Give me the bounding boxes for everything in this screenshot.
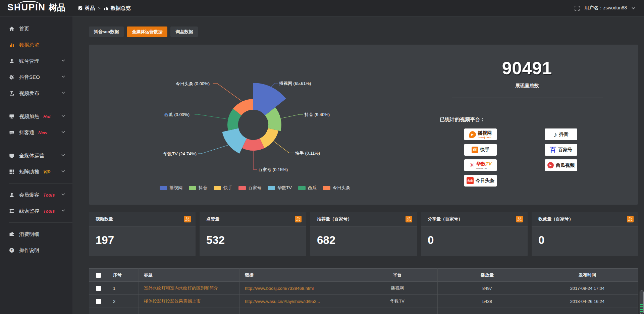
table-row [89,308,638,314]
breadcrumb: 树品>数据总览 [78,0,131,16]
table-cell [437,308,537,314]
tab-询盘数据[interactable]: 询盘数据 [170,27,198,37]
legend-item-抖音[interactable]: 抖音 [189,185,207,191]
rose-pie-chart: 播视网 (65.61%)抖音 (9.40%)快手 (0.11%)百家号 (0.1… [89,45,421,205]
platform-badge-今日头条: 头条今日头条 [464,175,497,187]
breadcrumb-item[interactable]: 数据总览 [104,5,131,11]
stat-card-value: 197 [89,226,196,247]
main-content: 抖音seo数据全媒体运营数据询盘数据 播视网 (65.61%)抖音 (9.40%… [72,16,644,314]
table-row: 1室外水纹灯和室内水纹灯的区别和简介http://www.boosj.com/7… [89,282,638,295]
chevron-down-icon [61,92,65,94]
monitor-icon [9,114,14,119]
legend-item-快手[interactable]: 快手 [214,185,232,191]
table-cell: 1 [108,282,139,295]
column-header-平台: 平台 [357,268,437,282]
sidebar-item-首页[interactable]: 首页 [0,21,72,37]
sidebar-item-label: 首页 [19,26,29,32]
pie-label-line [195,114,228,119]
sidebar-item-badge: New [38,130,47,135]
legend-swatch [214,186,221,190]
sliders-icon [9,208,14,214]
legend-swatch [323,186,330,190]
sidebar-item-账号管理[interactable]: 账号管理 [0,53,72,69]
sidebar-item-抖客通[interactable]: 抖客通New [0,124,72,141]
table-cell: 2017-08-24 17:04 [537,282,638,295]
chevron-down-icon [61,209,65,212]
table-cell: 2018-04-26 16:24 [537,295,638,308]
column-header-标题: 标题 [139,268,239,282]
legend-item-播视网[interactable]: 播视网 [160,185,182,191]
stat-card-value: 0 [532,226,638,247]
video-url-link[interactable]: http://www.wasu.cn/Play/show/id/952... [239,295,357,308]
tab-抖音seo数据[interactable]: 抖音seo数据 [89,27,124,37]
username-label[interactable]: 用户名：zswodun88 [584,5,627,11]
legend-item-今日头条[interactable]: 今日头条 [323,185,350,191]
video-url-link[interactable]: http://www.boosj.com/7338468.html [239,282,357,295]
sidebar-item-矩阵助推[interactable]: 矩阵助推VIP [0,164,72,180]
table-cell: 2 [108,295,139,308]
platform-name: 今日头条 [476,178,494,184]
video-title-link[interactable]: 楼体投影灯投影效果震撼上市 [139,295,239,308]
row-checkbox[interactable] [96,286,101,291]
sidebar-item-label: 操作说明 [19,247,39,254]
row-checkbox[interactable] [96,299,101,304]
select-all-checkbox[interactable] [96,273,101,278]
sidebar-item-label: 抖客通 [19,129,34,136]
pie-label: 今日头条 (0.00%) [176,81,210,86]
tab-全媒体运营数据[interactable]: 全媒体运营数据 [127,27,167,37]
sidebar-item-label: 全媒体运营 [19,153,44,159]
video-title-link[interactable]: 室外水纹灯和室内水纹灯的区别和简介 [139,282,239,295]
sidebar-item-视频加热[interactable]: 视频加热Hot [0,108,72,124]
sidebar-item-全媒体运营[interactable]: 全媒体运营 [0,148,72,164]
pie-slice-播视网[interactable] [253,83,286,115]
publish-icon [9,91,14,96]
legend-swatch [238,186,246,190]
sidebar-item-操作说明[interactable]: ?操作说明 [0,242,72,258]
legend-item-百家号[interactable]: 百家号 [238,185,261,191]
chevron-down-icon[interactable] [632,7,635,9]
stat-card-title: 分享量（百家号） [428,216,463,222]
scrollbar-thumb[interactable] [640,291,644,314]
legend-item-华数TV[interactable]: 华数TV [268,185,292,191]
sidebar-item-label: 抖音SEO [19,74,40,81]
legend-label: 播视网 [169,185,182,191]
scrollbar-marks [640,304,643,312]
sidebar-item-抖音SEO[interactable]: 抖音SEO [0,69,72,85]
platform-name: 百家号 [558,147,572,153]
logo-text: SHUPIN [7,2,46,13]
sidebar-item-数据总览[interactable]: 数据总览 [0,37,72,53]
stat-card-header: 推荐量（百家号）总 [310,212,417,226]
table-cell: 5438 [437,295,537,308]
platform-badge-抖音: ♪抖音 [545,128,577,140]
legend-label: 抖音 [199,185,207,191]
breadcrumb-separator: > [98,6,101,11]
stat-card-value: 682 [310,226,417,247]
legend-item-西瓜[interactable]: 西瓜 [298,185,317,191]
fullscreen-icon[interactable] [575,6,580,11]
stat-card-视频数量: 视频数量总197 [89,212,196,256]
chart-legend: 播视网抖音快手百家号华数TV西瓜今日头条 [89,185,421,191]
platform-sub: wasu.cn [476,167,487,170]
breadcrumb-item[interactable]: 树品 [78,5,95,11]
sidebar-item-视频发布[interactable]: 视频发布 [0,85,72,101]
column-header-发布时间: 发布时间 [537,268,638,282]
sidebar-item-消费明细[interactable]: 消费明细 [0,226,72,242]
sidebar-divider [9,183,72,184]
column-header-链接: 链接 [239,268,357,282]
sidebar-item-label: 会员爆客 [19,192,39,198]
sidebar-item-线索监控[interactable]: 线索监控Tools [0,203,72,219]
gear-icon [9,74,14,80]
total-impressions-value: 90491 [416,58,638,78]
stat-card-推荐量（百家号）: 推荐量（百家号）总682 [310,212,417,256]
stat-card-title: 视频数量 [96,216,113,222]
sidebar-item-badge: Hot [43,114,51,119]
chart-panel: 播视网 (65.61%)抖音 (9.40%)快手 (0.11%)百家号 (0.1… [89,45,638,205]
chevron-down-icon [61,131,65,133]
sidebar-item-label: 矩阵助推 [19,169,39,175]
video-table: 序号标题链接平台播放量发布时间1室外水纹灯和室内水纹灯的区别和简介http://… [89,268,638,314]
pie-slice-华数TV[interactable] [222,128,247,154]
stat-card-title: 收藏量（百家号） [538,216,573,222]
video-title-link [139,308,239,314]
user-icon [9,58,14,64]
sidebar-item-会员爆客[interactable]: 会员爆客Tools [0,187,72,203]
